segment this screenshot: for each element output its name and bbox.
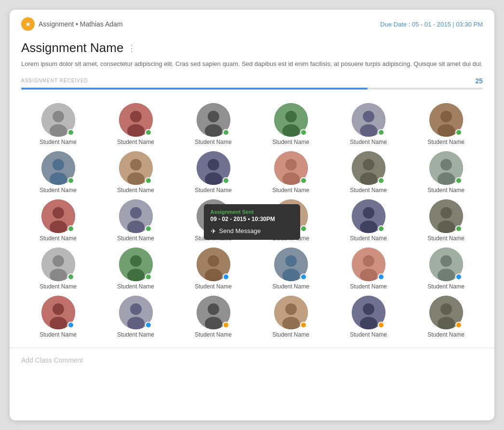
student-item[interactable]: Student Name — [21, 199, 95, 242]
avatar-wrapper — [41, 296, 75, 329]
student-item[interactable]: Student Name — [332, 199, 405, 242]
student-name: Student Name — [272, 139, 309, 145]
header-left: Assignment • Assignment • Mathias AdamMa… — [21, 17, 123, 31]
more-options-icon[interactable]: ⋮ — [127, 43, 136, 53]
student-item[interactable]: Student Name — [21, 103, 95, 145]
due-date: Due Date : 05 - 01 - 2015 | 03:30 PM — [380, 21, 483, 28]
student-item[interactable]: Student Name — [99, 248, 172, 290]
send-message-button[interactable]: ✈ Send Message — [211, 227, 293, 235]
star-icon — [21, 17, 35, 31]
student-name: Student Name — [40, 139, 77, 145]
student-item[interactable]: Student Name — [99, 103, 172, 145]
student-item[interactable]: Student Name — [409, 296, 483, 338]
svg-point-52 — [440, 207, 452, 219]
avatar-wrapper — [352, 151, 385, 185]
avatar-wrapper — [429, 296, 463, 329]
student-name: Student Name — [195, 283, 232, 290]
student-item[interactable]: Student Name — [176, 151, 250, 194]
assignment-tooltip: Assignment Sent 09 - 02 - 2015 • 10:30PM… — [204, 204, 300, 240]
status-dot — [455, 225, 462, 232]
student-name: Student Name — [427, 139, 464, 145]
student-item[interactable]: Student Name — [21, 151, 95, 194]
progress-bar-background — [21, 88, 483, 90]
status-dot — [378, 322, 385, 328]
student-item[interactable]: Student Name — [409, 151, 483, 194]
student-item[interactable]: Student Name — [332, 151, 405, 194]
status-dot — [67, 129, 74, 136]
svg-point-61 — [208, 255, 219, 267]
student-item[interactable]: Student Name — [409, 103, 483, 145]
student-item[interactable]: Student Name — [332, 248, 405, 290]
status-dot — [145, 129, 152, 136]
student-item[interactable]: Student Name — [254, 296, 328, 338]
status-dot — [300, 177, 307, 184]
student-item[interactable]: Student Name — [21, 248, 95, 290]
student-item[interactable]: Student Name — [99, 199, 172, 242]
student-name: Student Name — [40, 283, 77, 290]
status-dot — [455, 129, 462, 136]
student-item[interactable]: Student Name — [332, 103, 405, 145]
status-dot — [378, 225, 385, 232]
avatar-wrapper — [274, 151, 308, 185]
student-item[interactable]: Assignment Sent 09 - 02 - 2015 • 10:30PM… — [176, 199, 250, 242]
status-dot — [378, 274, 385, 280]
student-name: Student Name — [195, 139, 232, 145]
avatar-wrapper — [197, 296, 230, 329]
svg-point-70 — [440, 255, 452, 267]
progress-section: ASSIGNMENT RECEIVED 25 — [10, 77, 494, 95]
status-dot — [378, 129, 385, 136]
send-message-label: Send Message — [219, 227, 261, 235]
status-dot — [300, 322, 307, 328]
student-item[interactable]: Student Name — [99, 151, 172, 194]
avatar-wrapper — [352, 103, 385, 137]
student-item[interactable]: Student Name — [332, 296, 405, 338]
student-item[interactable]: Student Name — [254, 248, 328, 290]
student-name: Student Name — [427, 235, 464, 242]
student-item[interactable]: Student Name — [176, 296, 250, 338]
svg-point-88 — [440, 303, 452, 315]
students-grid: Student Name Student Name Student Name S… — [10, 95, 494, 346]
avatar-wrapper — [429, 151, 463, 185]
avatar-wrapper — [41, 199, 75, 233]
assignment-description: Lorem ipsum dolor sit amet, consectetur … — [10, 57, 494, 77]
avatar-wrapper — [119, 151, 153, 185]
student-item[interactable]: Student Name — [409, 248, 483, 290]
avatar-wrapper — [119, 248, 153, 281]
svg-point-31 — [363, 159, 374, 170]
avatar-wrapper — [429, 103, 463, 137]
status-dot — [145, 322, 152, 328]
student-item[interactable]: Student Name — [176, 248, 250, 290]
student-name: Student Name — [272, 283, 309, 290]
svg-point-82 — [285, 303, 297, 315]
class-comment-placeholder[interactable]: Add Class Comment — [21, 356, 83, 364]
progress-bar-fill — [21, 88, 368, 90]
comment-section: Add Class Comment — [10, 348, 494, 372]
student-name: Student Name — [272, 187, 309, 194]
svg-point-73 — [53, 303, 64, 315]
avatar-wrapper — [41, 103, 75, 137]
student-item[interactable]: Student Name — [254, 103, 328, 145]
student-item[interactable]: Student Name — [254, 151, 328, 194]
avatar-wrapper — [41, 248, 75, 281]
tooltip-date: 09 - 02 - 2015 • 10:30PM — [211, 216, 293, 222]
status-dot — [145, 274, 152, 280]
svg-point-76 — [130, 303, 142, 315]
student-item[interactable]: Student Name — [99, 296, 172, 338]
student-name: Student Name — [117, 139, 154, 145]
student-name: Student Name — [195, 187, 232, 194]
student-item[interactable]: Student Name — [21, 296, 95, 338]
svg-point-37 — [53, 207, 64, 219]
student-item[interactable]: Student Name — [176, 103, 250, 145]
svg-point-28 — [285, 159, 297, 170]
tooltip-sent-label: Assignment Sent — [211, 209, 293, 215]
student-name: Student Name — [40, 331, 77, 338]
avatar-wrapper — [119, 296, 153, 329]
student-name: Student Name — [350, 331, 387, 338]
avatar-wrapper — [352, 199, 385, 233]
svg-point-7 — [208, 111, 219, 122]
student-name: Student Name — [195, 331, 232, 338]
student-item[interactable]: Student Name — [409, 199, 483, 242]
avatar-wrapper — [119, 103, 153, 137]
avatar-wrapper — [274, 296, 308, 329]
status-dot — [455, 274, 462, 280]
